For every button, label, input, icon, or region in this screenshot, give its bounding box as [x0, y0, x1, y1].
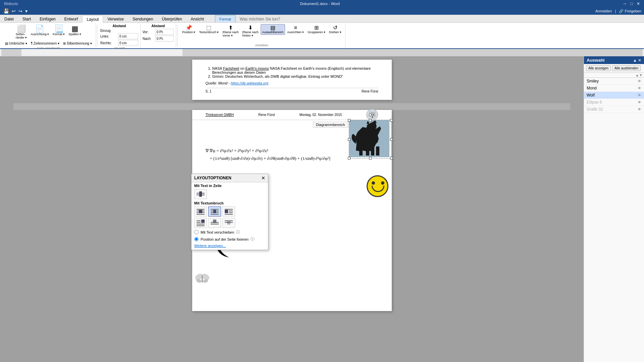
factsheet-link[interactable]: Factsheet: [223, 66, 239, 70]
rechts-row: Rechts:: [100, 40, 138, 46]
selection-close-btn[interactable]: ✕: [638, 58, 641, 63]
handle-ml[interactable]: [348, 138, 351, 141]
tab-verweise[interactable]: Verweise: [103, 15, 128, 22]
vor-input[interactable]: [155, 29, 174, 35]
handle-br[interactable]: [390, 157, 393, 160]
silbentrennung-button[interactable]: ⊞ Silbentrennung ▾: [61, 41, 94, 46]
rechts-input[interactable]: [118, 40, 138, 46]
tab-sendungen[interactable]: Sendungen: [128, 15, 157, 22]
anmelden-label[interactable]: Anmelden: [595, 9, 612, 13]
sel-item-ellipse-eye[interactable]: 👁: [638, 100, 641, 104]
nach-input[interactable]: [155, 36, 174, 42]
ausrichten-button[interactable]: ≡ Ausrichten ▾: [285, 24, 306, 35]
format-button[interactable]: 📃 Format ▾: [51, 24, 66, 37]
header-company: Thinksecret GMBH: [206, 113, 234, 117]
tab-layout[interactable]: Layout: [82, 15, 103, 23]
scroll-up-arrow[interactable]: ▲: [635, 73, 639, 77]
sel-item-smiley-eye[interactable]: 👁: [638, 79, 641, 83]
sel-item-wolf-eye[interactable]: 👁: [638, 93, 641, 97]
restore-button[interactable]: □: [629, 1, 635, 7]
zeilennummern-button[interactable]: ¶ Zeilennummern ▾: [29, 41, 61, 46]
wolf-selected-container[interactable]: [349, 120, 392, 159]
handle-tl[interactable]: [348, 119, 351, 122]
minimize-button[interactable]: ─: [622, 1, 628, 7]
tab-search[interactable]: Was möchten Sie tun?: [235, 15, 284, 22]
layout-popup-close[interactable]: ✕: [261, 175, 265, 181]
scroll-down-arrow[interactable]: ▼: [639, 73, 643, 77]
close-button[interactable]: ✕: [635, 1, 641, 7]
handle-tr[interactable]: [390, 119, 393, 122]
sel-item-grafik[interactable]: Grafik 32 👁: [584, 106, 644, 113]
umbrueche-button[interactable]: ▤ Umbrüche ▾: [3, 41, 29, 46]
moons-link[interactable]: Earth's moons: [246, 66, 269, 70]
seitenraender-button[interactable]: ⬜ Seiten-ränder ▾: [14, 24, 29, 40]
links-row: Links:: [100, 33, 138, 39]
ebene-vorne-button[interactable]: ⬆ Ebene nachvorne ▾: [221, 24, 240, 38]
drehen-button[interactable]: ↺ Drehen ▾: [327, 24, 343, 35]
layout-option-move[interactable]: Mit Text verschieben ⓘ: [192, 229, 268, 236]
gruppieren-button[interactable]: ⊞ Gruppieren ▾: [306, 24, 327, 35]
ebene-hinten-button[interactable]: ⬇ Ebene nachhinten ▾: [241, 24, 260, 38]
textumbruch-icon: ⬚: [206, 25, 211, 31]
tab-ansicht[interactable]: Ansicht: [186, 15, 208, 22]
layout-fix-label: Position auf der Seite fixieren: [201, 237, 249, 241]
sel-item-smiley-label: Smiley: [587, 79, 599, 83]
sel-item-grafik-eye[interactable]: 👁: [638, 107, 641, 111]
handle-bl[interactable]: [348, 157, 351, 160]
layout-fix-radio[interactable]: [194, 237, 199, 241]
links-input[interactable]: [118, 33, 138, 39]
tab-bildtools[interactable]: Format: [215, 15, 235, 22]
handle-tm[interactable]: [369, 119, 372, 122]
handle-mr[interactable]: [390, 138, 393, 141]
sel-item-mond[interactable]: Mond 👁: [584, 85, 644, 92]
layout-wrap-btn4[interactable]: [194, 218, 207, 228]
svg-rect-30: [197, 220, 201, 221]
hide-all-button[interactable]: Alle ausblenden: [612, 65, 641, 71]
wolf-image: [349, 120, 389, 157]
spalten-button[interactable]: ▦ Spalten ▾: [67, 24, 83, 37]
window-controls: ─ □ ✕: [622, 1, 641, 7]
qat-more-button[interactable]: ▾: [24, 8, 28, 14]
selection-collapse-btn[interactable]: ▲: [633, 58, 637, 63]
layout-wrap-btn5[interactable]: [208, 218, 221, 228]
sel-item-smiley[interactable]: Smiley 👁: [584, 78, 644, 85]
layout-more-link[interactable]: Weitere anzeigen...: [192, 243, 268, 250]
layout-wrap-btn2[interactable]: [208, 206, 221, 217]
layout-fix-info[interactable]: ⓘ: [251, 237, 254, 242]
layout-wrap-btn1[interactable]: [194, 206, 207, 217]
tab-entwurf[interactable]: Entwurf: [60, 15, 83, 22]
source-line: Quelle: Mond - https://de.wikipedia.org: [206, 81, 378, 85]
save-qat-button[interactable]: 💾: [3, 8, 10, 14]
redo-button[interactable]: ↪: [18, 8, 23, 14]
textumbruch-button[interactable]: ⬚ Textumbruch ▾: [197, 24, 220, 35]
svg-rect-22: [216, 212, 219, 213]
smiley-container[interactable]: [367, 175, 388, 198]
source-url-link[interactable]: https://de.wikipedia.org: [231, 81, 269, 85]
layout-move-radio[interactable]: [194, 230, 199, 234]
sel-item-wolf[interactable]: Wolf 👁: [584, 92, 644, 99]
tab-datei[interactable]: Datei: [0, 15, 18, 22]
ausrichtung-button[interactable]: 📄 Ausrichtung ▾: [29, 24, 51, 37]
diagramm-button[interactable]: Diagrammbereich: [313, 122, 348, 128]
company-link[interactable]: Thinksecret GMBH: [206, 113, 234, 117]
layout-option-fix[interactable]: Position auf der Seite fixieren ⓘ: [192, 236, 268, 243]
position-button[interactable]: 📌 Position ▾: [180, 24, 197, 35]
tab-start[interactable]: Start: [18, 15, 35, 22]
layout-wrap-btn3[interactable]: [222, 206, 235, 217]
freigeben-label[interactable]: 🔗 Freigeben: [619, 9, 641, 13]
svg-rect-37: [213, 220, 216, 223]
rotate-handle[interactable]: [369, 114, 372, 116]
sel-item-mond-eye[interactable]: 👁: [638, 86, 641, 90]
auswahlbereich-button[interactable]: ▤ Auswahlbereich: [261, 24, 285, 35]
layout-inline-btn[interactable]: [194, 189, 207, 199]
undo-button[interactable]: ↩: [11, 8, 16, 14]
drehen-label: Drehen ▾: [329, 31, 341, 34]
tab-uberpruefen[interactable]: Überprüfen: [158, 15, 186, 22]
handle-bm[interactable]: [369, 157, 372, 160]
layout-wrap-btn6[interactable]: [222, 218, 235, 228]
show-all-button[interactable]: Alle anzeigen: [586, 65, 611, 71]
tab-einfuegen[interactable]: Einfügen: [35, 15, 60, 22]
smiley-face: [367, 175, 388, 197]
sel-item-ellipse[interactable]: Ellipse 6 👁: [584, 99, 644, 106]
layout-move-info[interactable]: ⓘ: [236, 230, 240, 235]
